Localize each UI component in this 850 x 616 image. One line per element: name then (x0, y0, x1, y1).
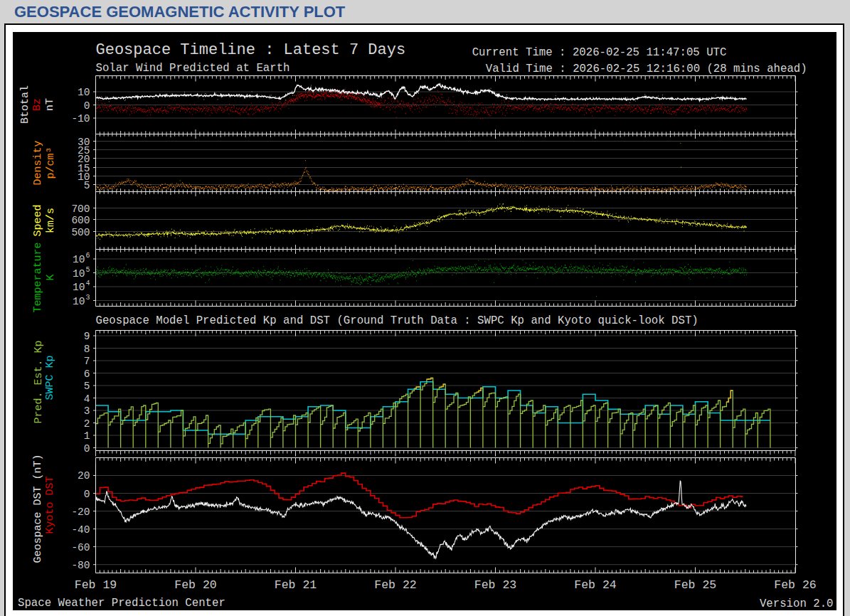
svg-text:Geospace DST (nT): Geospace DST (nT) (32, 454, 44, 563)
svg-text:Feb 20: Feb 20 (174, 578, 216, 592)
svg-text:Current Time : 2026-02-25 11:4: Current Time : 2026-02-25 11:47:05 UTC (472, 46, 727, 59)
svg-text:Feb 25: Feb 25 (674, 578, 716, 592)
svg-text:Solar Wind Predicted at Earth: Solar Wind Predicted at Earth (96, 62, 290, 75)
svg-text:Btotal: Btotal (19, 85, 31, 124)
svg-text:Feb 19: Feb 19 (75, 578, 117, 592)
svg-text:Valid Time : 2026-02-25 12:16:: Valid Time : 2026-02-25 12:16:00 (28 min… (486, 63, 807, 75)
svg-text:p/cm³: p/cm³ (45, 147, 57, 179)
svg-text:-80: -80 (71, 560, 90, 571)
svg-text:5: 5 (84, 180, 90, 191)
svg-text:Kyoto DST: Kyoto DST (44, 476, 56, 533)
svg-text:10: 10 (73, 268, 85, 280)
svg-text:-20: -20 (71, 506, 90, 518)
svg-text:7: 7 (84, 356, 90, 367)
svg-text:-60: -60 (71, 542, 90, 553)
svg-text:10: 10 (73, 254, 85, 265)
svg-text:Space Weather Prediction Cente: Space Weather Prediction Center (18, 597, 225, 610)
svg-text:Feb 26: Feb 26 (774, 578, 816, 592)
svg-text:3: 3 (86, 294, 90, 302)
svg-text:Speed: Speed (32, 204, 44, 236)
svg-text:700: 700 (71, 203, 90, 215)
svg-text:Geospace Model Predicted Kp an: Geospace Model Predicted Kp and DST (Gro… (96, 314, 698, 327)
svg-text:0: 0 (84, 489, 90, 500)
svg-text:8: 8 (84, 344, 90, 355)
svg-text:10: 10 (73, 282, 85, 293)
svg-text:Feb 22: Feb 22 (374, 578, 416, 592)
svg-text:Bz: Bz (31, 98, 43, 111)
svg-text:600: 600 (71, 215, 90, 226)
svg-text:Pred. Est. Kp: Pred. Est. Kp (33, 340, 45, 423)
svg-text:10: 10 (73, 296, 85, 307)
svg-text:0: 0 (84, 443, 90, 455)
svg-text:Feb 21: Feb 21 (275, 578, 317, 592)
svg-text:1: 1 (84, 430, 90, 442)
svg-text:9: 9 (84, 331, 90, 342)
svg-text:km/s: km/s (45, 208, 57, 233)
svg-text:0: 0 (84, 100, 90, 112)
svg-text:K: K (45, 274, 57, 280)
svg-text:6: 6 (84, 368, 90, 380)
svg-text:500: 500 (71, 227, 90, 238)
svg-text:4: 4 (84, 393, 90, 405)
svg-text:3: 3 (84, 405, 90, 417)
svg-text:SWPC Kp: SWPC Kp (44, 355, 56, 400)
svg-text:2: 2 (84, 418, 90, 430)
svg-text:Feb 23: Feb 23 (474, 578, 516, 592)
svg-text:5: 5 (84, 381, 90, 392)
svg-text:20: 20 (78, 470, 90, 482)
svg-text:6: 6 (86, 252, 90, 260)
svg-text:-40: -40 (71, 524, 90, 536)
svg-text:Feb 24: Feb 24 (574, 578, 617, 592)
svg-text:4: 4 (86, 280, 90, 287)
svg-text:Temperature: Temperature (32, 242, 44, 312)
svg-text:-10: -10 (71, 113, 90, 124)
svg-text:nT: nT (44, 98, 56, 111)
svg-text:10: 10 (78, 87, 90, 98)
svg-text:Density: Density (32, 140, 44, 185)
svg-text:Geospace Timeline : Latest 7 D: Geospace Timeline : Latest 7 Days (96, 41, 406, 59)
svg-text:5: 5 (86, 266, 90, 274)
svg-text:Version 2.0: Version 2.0 (760, 598, 834, 610)
